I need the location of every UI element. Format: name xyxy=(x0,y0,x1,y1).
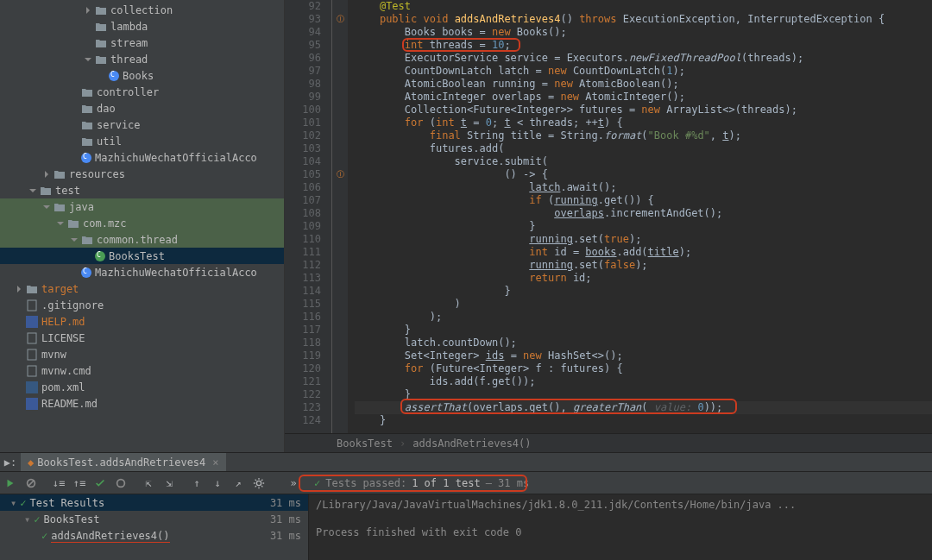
code-line[interactable]: AtomicBoolean running = new AtomicBoolea… xyxy=(355,78,932,91)
code-line[interactable]: () -> { xyxy=(355,168,932,181)
tree-item-label: thread xyxy=(110,53,148,66)
export-results-icon[interactable]: ↗ xyxy=(228,473,249,494)
tree-item[interactable]: .gitignore xyxy=(0,297,284,313)
twisty-down-icon[interactable] xyxy=(83,54,93,65)
code-line[interactable]: final String title = String.format("Book… xyxy=(355,129,932,142)
tree-item[interactable]: HELP.md xyxy=(0,313,284,330)
tree-item[interactable]: java xyxy=(0,198,284,215)
settings-icon[interactable] xyxy=(249,473,269,494)
tree-item[interactable]: pom.xml xyxy=(0,379,284,395)
twisty-right-icon[interactable] xyxy=(83,5,93,16)
filter-ignored-icon[interactable] xyxy=(110,473,131,494)
code-line[interactable]: ) xyxy=(355,298,932,311)
sort-down-icon[interactable]: ↓≡ xyxy=(48,473,69,494)
twisty-right-icon[interactable] xyxy=(14,284,24,294)
tree-item[interactable]: target xyxy=(0,280,284,297)
code-line[interactable]: latch.await(); xyxy=(355,181,932,194)
project-tree[interactable]: collectionlambdastreamthreadBookscontrol… xyxy=(0,0,285,452)
tree-item[interactable]: service xyxy=(0,116,284,133)
code-line[interactable]: for (int t = 0; t < threads; ++t) { xyxy=(355,116,932,129)
twisty-down-icon[interactable]: ▾ xyxy=(24,513,30,525)
test-result-row[interactable]: ▾ ✓ BooksTest 31 ms xyxy=(0,511,308,527)
test-result-row[interactable]: ✓ addsAndRetrieves4() 31 ms xyxy=(0,527,308,544)
tree-item[interactable]: test xyxy=(0,182,284,198)
twisty-right-icon[interactable] xyxy=(41,169,52,179)
rerun-button[interactable] xyxy=(0,473,21,494)
code-lines[interactable]: @Test public void addsAndRetrieves4() th… xyxy=(348,0,932,433)
code-line[interactable]: for (Future<Integer> f : futures) { xyxy=(355,362,932,375)
twisty-down-icon[interactable] xyxy=(28,186,38,196)
code-line[interactable]: } xyxy=(355,388,932,401)
tree-item[interactable]: MazhichuWechatOfficialAcco xyxy=(0,264,284,280)
filter-passed-icon[interactable] xyxy=(90,473,110,494)
collapse-all-icon[interactable]: ⇲ xyxy=(159,473,179,494)
code-line[interactable]: futures.add( xyxy=(355,142,932,155)
tree-item[interactable]: com.mzc xyxy=(0,215,284,231)
code-line[interactable]: int id = books.add(title); xyxy=(355,246,932,259)
console-output[interactable]: /Library/Java/JavaVirtualMachines/jdk1.8… xyxy=(309,494,932,560)
tree-item[interactable]: mvnw.cmd xyxy=(0,362,284,379)
previous-failed-icon[interactable]: ↑ xyxy=(186,473,207,494)
code-line[interactable]: if (running.get()) { xyxy=(355,194,932,207)
expand-all-icon[interactable]: ⇱ xyxy=(138,473,159,494)
next-failed-icon[interactable]: ↓ xyxy=(207,473,228,494)
code-line[interactable]: assertThat(overlaps.get(), greaterThan( … xyxy=(355,401,932,414)
code-editor[interactable]: 9293949596979899100101102103104105106107… xyxy=(285,0,932,452)
code-line[interactable]: latch.countDown(); xyxy=(355,337,932,349)
code-line[interactable]: int threads = 10; xyxy=(355,39,932,52)
stop-button[interactable] xyxy=(21,473,41,494)
line-number: 118 xyxy=(285,337,321,349)
implements-icon[interactable]: Ⓘ xyxy=(337,169,344,180)
code-line[interactable]: ); xyxy=(355,311,932,324)
tree-item[interactable]: dao xyxy=(0,100,284,116)
test-results-tree[interactable]: ▾ ✓ Test Results 31 ms ▾ ✓ BooksTest 31 … xyxy=(0,494,309,560)
code-line[interactable]: Set<Integer> ids = new HashSet<>(); xyxy=(355,349,932,362)
breadcrumb-class[interactable]: BooksTest xyxy=(337,437,393,450)
code-line[interactable]: } xyxy=(355,220,932,233)
tree-item[interactable]: lambda xyxy=(0,18,284,35)
code-line[interactable]: Collection<Future<Integer>> futures = ne… xyxy=(355,104,932,116)
tree-item[interactable]: MazhichuWechatOfficialAcco xyxy=(0,149,284,166)
code-line[interactable]: AtomicInteger overlaps = new AtomicInteg… xyxy=(355,91,932,104)
tree-item-label: target xyxy=(41,283,79,295)
code-line[interactable]: ids.add(f.get()); xyxy=(355,375,932,388)
code-line[interactable]: ExecutorService service = Executors.newF… xyxy=(355,52,932,65)
run-tab-handle-icon[interactable]: ▶: xyxy=(0,452,21,473)
code-line[interactable]: } xyxy=(355,414,932,427)
implements-icon[interactable]: Ⓘ xyxy=(337,14,344,25)
tree-item[interactable]: thread xyxy=(0,51,284,67)
code-line[interactable]: overlaps.incrementAndGet(); xyxy=(355,207,932,220)
code-line[interactable]: } xyxy=(355,285,932,298)
twisty-down-icon[interactable]: ▾ xyxy=(10,497,16,509)
code-line[interactable]: running.set(true); xyxy=(355,233,932,246)
code-line[interactable]: public void addsAndRetrieves4() throws E… xyxy=(355,13,932,26)
tree-item[interactable]: common.thread xyxy=(0,231,284,248)
tree-item[interactable]: collection xyxy=(0,2,284,18)
tree-item[interactable]: resources xyxy=(0,166,284,182)
tree-item[interactable]: stream xyxy=(0,35,284,51)
run-tab[interactable]: ◆ BooksTest.addsAndRetrieves4 × xyxy=(21,453,226,471)
tree-item[interactable]: controller xyxy=(0,84,284,100)
code-line[interactable]: CountDownLatch latch = new CountDownLatc… xyxy=(355,65,932,78)
tree-item[interactable]: mvnw xyxy=(0,346,284,362)
code-line[interactable]: service.submit( xyxy=(355,155,932,168)
code-line[interactable]: running.set(false); xyxy=(355,259,932,272)
sort-up-icon[interactable]: ↑≡ xyxy=(69,473,90,494)
code-line[interactable]: } xyxy=(355,324,932,337)
scroll-to-end-icon[interactable]: » xyxy=(283,473,304,494)
tree-item[interactable]: BooksTest xyxy=(0,248,284,264)
tree-item[interactable]: Books xyxy=(0,67,284,84)
code-line[interactable]: Books books = new Books(); xyxy=(355,26,932,39)
breadcrumb-method[interactable]: addsAndRetrieves4() xyxy=(412,437,531,450)
tree-item[interactable]: README.md xyxy=(0,395,284,412)
tree-item[interactable]: util xyxy=(0,133,284,149)
folder-icon xyxy=(81,86,93,98)
test-result-row[interactable]: ▾ ✓ Test Results 31 ms xyxy=(0,494,308,511)
twisty-down-icon[interactable] xyxy=(41,202,52,212)
tree-item[interactable]: LICENSE xyxy=(0,330,284,346)
twisty-down-icon[interactable] xyxy=(55,218,66,229)
code-line[interactable]: @Test xyxy=(355,0,932,13)
close-icon[interactable]: × xyxy=(212,456,218,469)
twisty-down-icon[interactable] xyxy=(69,235,79,245)
code-line[interactable]: return id; xyxy=(355,272,932,285)
